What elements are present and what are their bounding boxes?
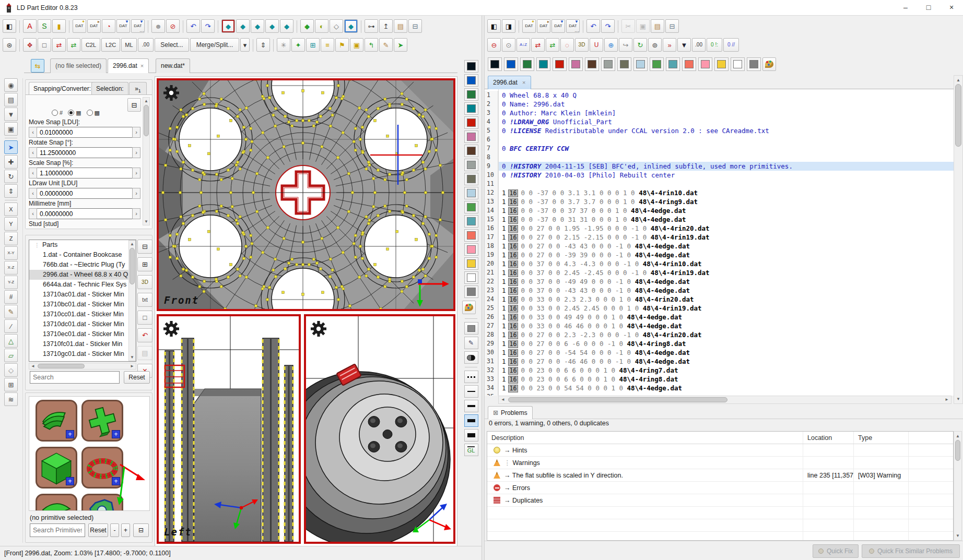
view-right-button[interactable]: ◆ [265, 19, 279, 33]
color-swatch-12[interactable] [682, 57, 696, 71]
cut-button[interactable]: ✂ [621, 19, 635, 33]
settings-gear-button[interactable]: ⊛ [3, 38, 16, 52]
snap-field-input-4[interactable] [37, 208, 132, 219]
problems-row-2[interactable]: → The flat subfile is scaled in Y direct… [487, 469, 953, 482]
c2l-button[interactable]: C2L [81, 38, 100, 52]
arrow-left-button[interactable]: ↰ [365, 38, 378, 52]
target-tool-button[interactable]: ◉ [4, 78, 18, 92]
viewport-left[interactable]: Left [157, 314, 301, 544]
editor-tab-close-icon[interactable]: × [522, 79, 525, 86]
3d-view-canvas[interactable] [306, 316, 453, 542]
problems-row-4[interactable]: → Duplicates [487, 494, 953, 507]
key-button[interactable]: ✦ [291, 38, 305, 52]
editor-line-15[interactable]: 151160 0 -37 0 0 31 31 0 0 0 1 0 48\4-4e… [485, 215, 954, 224]
inline-button[interactable]: ↪ [619, 38, 632, 52]
strip-color-swatch-5[interactable] [464, 130, 478, 143]
primitive-reset-button[interactable]: Reset [88, 523, 108, 537]
minimize-button[interactable]: – [894, 0, 917, 15]
tree-expander-icon[interactable]: ⋮ [504, 457, 511, 469]
strip-color-swatch-8[interactable] [464, 173, 478, 185]
spin-decrement-button[interactable]: ‹ [29, 208, 37, 219]
line-width-3-button[interactable] [464, 414, 478, 427]
close-button[interactable]: × [940, 0, 963, 15]
redo-button[interactable]: ↷ [201, 19, 215, 33]
toolbar-chevron-button[interactable]: ▾ [240, 38, 250, 52]
editor-line-14[interactable]: 141160 0 -37 0 0 37 37 0 0 0 1 0 48\4-4e… [485, 206, 954, 215]
move-tool-button[interactable]: ✚ [4, 155, 18, 169]
primitive-split-button[interactable]: ⊟ [133, 523, 149, 537]
bfc-toggle-button[interactable]: 0 // [723, 38, 739, 52]
hide-button[interactable]: ⊖ [487, 38, 501, 52]
color-swatch-8[interactable] [617, 57, 631, 71]
strip-color-swatch-13[interactable] [464, 243, 478, 256]
grid-snap-radio-2[interactable] [87, 110, 93, 116]
undo-button[interactable]: ↶ [586, 19, 600, 33]
editor-vscrollbar[interactable]: ▲ ▼ [954, 75, 963, 404]
copy-button[interactable]: ▣ [636, 19, 650, 33]
frame-button[interactable]: ▣ [350, 38, 363, 52]
parts-tree-item-7[interactable]: 13710dc01.dat - Sticker Min [29, 319, 136, 329]
brush-icon-button[interactable]: ✎ [464, 337, 478, 349]
editor-line-34[interactable]: 341160 0 23 0 0 54 54 0 0 0 1 0 48\4-4ed… [485, 384, 954, 392]
split-horizontal-button[interactable]: ◨ [502, 19, 515, 33]
color-swatch-4[interactable] [553, 57, 567, 71]
select-tool-button[interactable]: ➤ [4, 140, 18, 154]
panel-toggle-button[interactable]: ◧ [3, 19, 16, 33]
equalizer-button[interactable]: ≡ [321, 38, 334, 52]
axis-xz-button[interactable]: X-Z [4, 261, 18, 275]
editor-line-2[interactable]: 20 Name: 2996.dat [485, 100, 954, 109]
ghost-show-button[interactable]: ☻ [151, 19, 165, 33]
tab-snapping-converter[interactable]: Snapping/Converter: [29, 82, 96, 95]
paste-button[interactable]: ▤ [394, 19, 407, 33]
sort-az-button[interactable]: A↓Z [516, 38, 530, 52]
refresh-button[interactable]: ↻ [633, 38, 647, 52]
snap-field-input-0[interactable] [37, 127, 132, 138]
problems-scrollbar[interactable]: ▲ ▼ [954, 431, 962, 541]
vertex-magnet-button[interactable]: U [590, 38, 603, 52]
magic-wand-button[interactable]: ✳ [277, 38, 290, 52]
parts-tree-item-8[interactable]: 13710ec01.dat - Sticker Min [29, 329, 136, 339]
snap-field-input-3[interactable] [37, 188, 132, 199]
add-cube-button[interactable]: ⊞ [306, 38, 320, 52]
editor-line-24[interactable]: 241160 0 33 0 0 2.3 2.3 0 0 0 1 0 48\4-4… [485, 295, 954, 304]
vertex-window-button[interactable]: ▤ [4, 93, 18, 106]
editor-line-20[interactable]: 201160 0 37 0 0 4.3 -4.3 0 0 0 -1 0 48\4… [485, 259, 954, 268]
spin-decrement-button[interactable]: ‹ [29, 188, 37, 199]
screenshot-button[interactable]: □ [38, 38, 51, 52]
search-glass-button[interactable]: ⊙ [502, 38, 515, 52]
strip-color-swatch-6[interactable] [464, 145, 478, 157]
snap-field-input-2[interactable] [37, 168, 132, 178]
editor-line-7[interactable]: 70 BFC CERTIFY CCW [485, 144, 954, 153]
swap-red-button[interactable]: ⇄ [52, 38, 66, 52]
flip-button[interactable]: ⇕ [256, 38, 270, 52]
problems-header-type[interactable]: Type [854, 432, 909, 444]
color-swatch-2[interactable] [520, 57, 534, 71]
parts-tree-root[interactable]: ⋮Parts [29, 240, 136, 250]
tab-no-file[interactable]: (no file selected) [50, 58, 107, 73]
problems-row-1[interactable]: ⋮Warnings [487, 457, 953, 469]
round-button[interactable]: .00 [138, 38, 154, 52]
draw-triangle-button[interactable]: △ [4, 334, 18, 348]
spin-decrement-button[interactable]: ‹ [29, 127, 37, 138]
editor-hscrollbar[interactable]: ◄ ► [498, 396, 952, 404]
draw-line-button[interactable]: ∕ [4, 319, 18, 333]
open-3d-button[interactable]: 3D [137, 275, 152, 289]
primitive-thumb-cross[interactable]: + [81, 400, 123, 442]
comment-button[interactable]: 0 !: [707, 38, 722, 52]
grid-snap-radio-0[interactable] [52, 110, 58, 116]
editor-line-8[interactable]: 8 [485, 153, 954, 162]
delete-button[interactable]: ⊟ [665, 19, 679, 33]
line-style-dotted-button[interactable] [464, 371, 478, 383]
color-swatch-13[interactable] [698, 57, 712, 71]
save-dat-button[interactable]: DAT▼ [551, 19, 565, 33]
parts-tree-item-4[interactable]: 13710ac01.dat - Sticker Min [29, 290, 136, 300]
editor-line-16[interactable]: 161160 0 27 0 0 1.95 -1.95 0 0 0 -1 0 48… [485, 224, 954, 233]
view-blue-cube-button[interactable]: ◆ [344, 19, 358, 33]
strip-color-swatch-15[interactable] [464, 271, 478, 284]
editor-line-19[interactable]: 191160 0 27 0 0 -39 39 0 0 0 -1 0 48\4-4… [485, 251, 954, 259]
redo-button[interactable]: ↷ [601, 19, 615, 33]
editor-line-28[interactable]: 281160 0 27 0 0 2.3 -2.3 0 0 0 -1 0 48\4… [485, 330, 954, 339]
strip-color-swatch-9[interactable] [464, 187, 478, 199]
editor-line-33[interactable]: 331160 0 23 0 0 6 6 0 0 0 1 0 48\4-4ring… [485, 375, 954, 384]
primitive-thumb-slope[interactable]: + [36, 400, 77, 442]
